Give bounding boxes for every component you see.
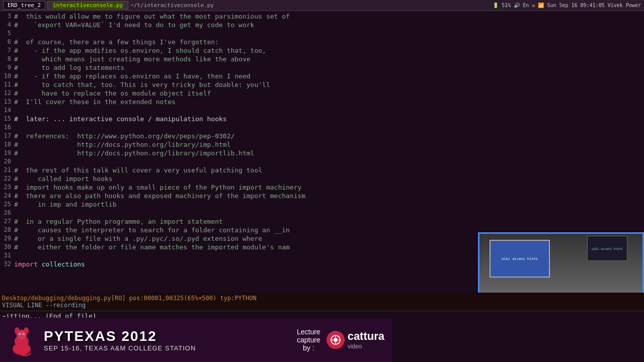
lecture-capture: Lecturecaptureby : cattura video (297, 328, 384, 352)
cattura-name-block: cattura video (348, 330, 384, 350)
line-text: # called import hooks (14, 174, 113, 183)
line-number: 12 (0, 89, 14, 98)
highlighted-text: # later: ... interactive console / manip… (14, 115, 227, 123)
svg-point-10 (334, 338, 338, 342)
line-text: # have to replace the os module object i… (14, 89, 211, 98)
line-number: 6 (0, 38, 14, 46)
lecture-screen: wiki access hints (490, 240, 550, 278)
line-number: 25 (0, 200, 14, 209)
line-number: 20 (0, 157, 14, 166)
code-line: 11# to catch that, too. This is very tri… (0, 80, 644, 89)
code-line: 27# in a regular Python programme, an im… (0, 217, 644, 226)
footer-text: PYTEXAS 2012 SEP 15-16, TEXAS A&M COLLEG… (44, 328, 289, 352)
code-line: 10# - if the app replaces os.environ as … (0, 72, 644, 80)
code-line: 22# called import hooks (0, 174, 644, 183)
line-number: 5 (0, 29, 14, 38)
svg-point-5 (19, 333, 20, 334)
battery-level: 51% (502, 3, 511, 8)
code-line: 9# to add log statements (0, 63, 644, 72)
line-text: # http://docs.python.org/library/importl… (14, 149, 254, 157)
code-line: 16 (0, 123, 644, 132)
code-line: 15# later: ... interactive console / man… (0, 115, 644, 123)
line-text: # this would allow me to figure out what… (14, 12, 290, 21)
line-number: 29 (0, 234, 14, 243)
line-number: 18 (0, 140, 14, 149)
topbar-right: 🔋 51% 🔊 En ✉ 📶 Sun Sep 16 09:41:05 Vivek… (493, 3, 641, 8)
line-text: # `export VAR=VALUE` I'd need to do to g… (14, 21, 254, 29)
speaker-icon: 🔊 (514, 3, 520, 8)
code-line: 20 (0, 157, 644, 166)
line-number: 26 (0, 209, 14, 217)
video-inner: wiki access hints wiki access hints Sat … (479, 234, 642, 293)
status-line2: VISUAL LINE --recording (0, 302, 644, 309)
line-number: 27 (0, 217, 14, 226)
line-number: 21 (0, 166, 14, 174)
line-number: 7 (0, 46, 14, 55)
code-line: 14 (0, 106, 644, 115)
line-number: 22 (0, 174, 14, 183)
cattura-logo: cattura video (327, 330, 384, 350)
line-number: 16 (0, 123, 14, 132)
line-number: 28 (0, 226, 14, 234)
line-number: 10 (0, 72, 14, 80)
code-line: 5 (0, 29, 644, 38)
line-number: 15 (0, 115, 14, 123)
email-icon: ✉ (532, 3, 535, 8)
status-line1: Desktop/debugging/debugging.py[RO] pos:0… (0, 295, 644, 302)
cattura-icon (327, 331, 345, 349)
line-text: # to add log statements (14, 63, 124, 72)
user-name: Vivek Power (608, 3, 641, 8)
code-line: 21# the rest of this talk will cover a v… (0, 166, 644, 174)
tab-erd-tree[interactable]: ERD_tree_2 (3, 1, 45, 10)
code-line: 3# this would allow me to figure out wha… (0, 12, 644, 21)
svg-point-7 (15, 327, 20, 334)
code-line: 19# http://docs.python.org/library/impor… (0, 149, 644, 157)
line-text: # in a regular Python programme, an impo… (14, 217, 223, 226)
line-text: # import hooks make up only a small piec… (14, 183, 301, 192)
line-text: # the rest of this talk will cover a ver… (14, 166, 262, 174)
code-line: 7# - if the app modifies os.environ, I s… (0, 46, 644, 55)
line-text: # or a single file with a .py/.pyc/.so/.… (14, 234, 262, 243)
snake-logo (8, 324, 36, 356)
code-line: 4# `export VAR=VALUE` I'd need to do to … (0, 21, 644, 29)
line-number: 3 (0, 12, 14, 21)
line-text: # either the folder or file name matches… (14, 243, 290, 251)
file-path: ~/t/interactiveconsole.py (130, 2, 214, 9)
mini-screen-text: wiki access hints (592, 247, 622, 250)
tab-erd-tree-label: ERD_tree_2 (8, 2, 41, 9)
line-number: 19 (0, 149, 14, 157)
line-number: 31 (0, 251, 14, 260)
cattura-brand-sub: video (348, 343, 384, 350)
line-text: # later: ... interactive console / manip… (14, 115, 227, 123)
code-line: 12# have to replace the os module object… (0, 89, 644, 98)
code-line: 25# in imp and importlib (0, 200, 644, 209)
code-line: 8# which means just creating more method… (0, 55, 644, 63)
line-text: # which means just creating more methods… (14, 55, 251, 63)
line-number: 24 (0, 192, 14, 200)
line-number: 4 (0, 21, 14, 29)
code-line: 23# import hooks make up only a small pi… (0, 183, 644, 192)
editor-area[interactable]: 3# this would allow me to figure out wha… (0, 11, 644, 293)
mini-screen-top: wiki access hints (587, 236, 627, 261)
battery-icon: 🔋 (493, 3, 499, 8)
line-number: 8 (0, 55, 14, 63)
line-text: # causes the interpreter to search for a… (14, 226, 290, 234)
svg-point-6 (23, 333, 24, 334)
lecture-screen-text: wiki access hints (502, 257, 538, 261)
pytexas-title: PYTEXAS 2012 (44, 328, 289, 344)
line-text: # to catch that, too. This is very trick… (14, 80, 270, 89)
tab-interactive-console[interactable]: interactiveconsole.py (47, 1, 128, 10)
code-line: 18# http://docs.python.org/library/imp.h… (0, 140, 644, 149)
line-number: 11 (0, 80, 14, 89)
datetime: Sun Sep 16 09:41:05 (547, 3, 604, 8)
line-text: # - if the app modifies os.environ, I sh… (14, 46, 266, 55)
code-line: 6# of course, there are a few things I'v… (0, 38, 644, 46)
lecture-capture-label: Lecturecaptureby : (297, 328, 320, 352)
code-line: 17# references: http://www.python.org/de… (0, 132, 644, 140)
line-number: 23 (0, 183, 14, 192)
line-number: 14 (0, 106, 14, 115)
pytexas-subtitle: SEP 15-16, TEXAS A&M COLLEGE STATION (44, 344, 289, 352)
line-text: # http://docs.python.org/library/imp.htm… (14, 140, 230, 149)
svg-point-8 (24, 327, 29, 334)
line-text: # of course, there are a few things I've… (14, 38, 219, 46)
